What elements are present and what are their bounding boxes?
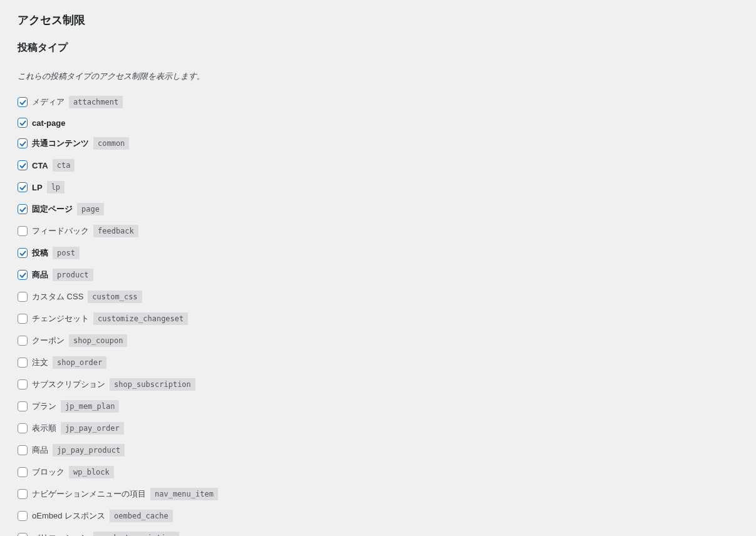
checkbox[interactable] <box>18 270 28 280</box>
post-type-slug: jp_pay_product <box>53 444 125 456</box>
post-type-slug: jp_mem_plan <box>61 400 119 413</box>
post-type-slug: common <box>93 137 129 150</box>
checkbox-row: カスタム CSScustom_css <box>18 291 738 303</box>
checkbox-label[interactable]: バリエーション <box>32 532 89 536</box>
checkbox-row: バリエーションproduct_variation <box>18 532 738 536</box>
checkbox[interactable] <box>18 292 28 302</box>
post-type-slug: jp_pay_order <box>61 422 124 435</box>
checkbox[interactable] <box>18 489 28 499</box>
post-type-slug: product <box>53 269 93 281</box>
post-type-slug: product_variation <box>93 532 179 536</box>
checkbox-label[interactable]: サブスクリプション <box>32 379 105 390</box>
checkbox-row: プランjp_mem_plan <box>18 400 738 413</box>
checkbox-row: ブロックwp_block <box>18 466 738 478</box>
checkbox-label[interactable]: 共通コンテンツ <box>32 138 89 149</box>
checkbox[interactable] <box>18 138 28 148</box>
section-title: アクセス制限 <box>18 13 738 28</box>
checkbox-row: 表示順jp_pay_order <box>18 422 738 435</box>
checkbox-label[interactable]: クーポン <box>32 335 65 346</box>
checkbox-row: チェンジセットcustomize_changeset <box>18 312 738 325</box>
checkbox-label[interactable]: 商品 <box>32 269 48 281</box>
section-description: これらの投稿タイプのアクセス制限を表示します。 <box>18 71 738 82</box>
checkbox-label[interactable]: 表示順 <box>32 423 56 434</box>
checkbox-row: メディアattachment <box>18 96 738 108</box>
post-type-slug: custom_css <box>88 291 142 303</box>
post-type-slug: lp <box>47 181 65 193</box>
checkbox[interactable] <box>18 226 28 236</box>
checkbox[interactable] <box>18 511 28 521</box>
checkbox[interactable] <box>18 248 28 258</box>
checkbox-label[interactable]: oEmbed レスポンス <box>32 510 105 522</box>
checkbox-label[interactable]: フィードバック <box>32 225 89 237</box>
post-type-slug: feedback <box>93 225 138 237</box>
checkbox-row: クーポンshop_coupon <box>18 334 738 347</box>
checkbox-row: cat-page <box>18 118 738 128</box>
post-type-list: メディアattachmentcat-page共通コンテンツcommonCTAct… <box>18 96 738 536</box>
checkbox-label[interactable]: カスタム CSS <box>32 291 83 302</box>
checkbox-label[interactable]: 固定ページ <box>32 204 73 215</box>
checkbox[interactable] <box>18 336 28 346</box>
post-type-slug: post <box>53 247 80 259</box>
checkbox-label[interactable]: 注文 <box>32 357 48 368</box>
post-type-slug: shop_order <box>53 356 106 369</box>
checkbox[interactable] <box>18 533 28 536</box>
checkbox[interactable] <box>18 97 28 107</box>
checkbox-row: フィードバックfeedback <box>18 225 738 237</box>
checkbox[interactable] <box>18 467 28 477</box>
checkbox-row: LPlp <box>18 181 738 193</box>
post-type-slug: cta <box>53 159 75 172</box>
checkbox-label[interactable]: 商品 <box>32 445 48 456</box>
post-type-slug: customize_changeset <box>93 312 188 325</box>
post-type-slug: oembed_cache <box>110 510 173 522</box>
checkbox[interactable] <box>18 160 28 170</box>
checkbox-row: 固定ページpage <box>18 203 738 215</box>
post-type-slug: wp_block <box>69 466 114 478</box>
checkbox-label[interactable]: ナビゲーションメニューの項目 <box>32 488 146 500</box>
checkbox-label[interactable]: CTA <box>32 161 48 170</box>
checkbox[interactable] <box>18 423 28 433</box>
checkbox-label[interactable]: cat-page <box>32 118 65 128</box>
checkbox-row: 注文shop_order <box>18 356 738 369</box>
checkbox[interactable] <box>18 118 28 128</box>
checkbox-label[interactable]: チェンジセット <box>32 313 89 324</box>
post-type-slug: shop_coupon <box>69 334 127 347</box>
checkbox[interactable] <box>18 182 28 192</box>
checkbox-row: 共通コンテンツcommon <box>18 137 738 150</box>
section-subtitle: 投稿タイプ <box>18 41 738 54</box>
checkbox-label[interactable]: LP <box>32 183 43 192</box>
checkbox-row: oEmbed レスポンスoembed_cache <box>18 510 738 522</box>
checkbox[interactable] <box>18 379 28 389</box>
checkbox-label[interactable]: プラン <box>32 401 56 412</box>
post-type-slug: attachment <box>69 96 123 108</box>
checkbox-row: 商品product <box>18 269 738 281</box>
checkbox[interactable] <box>18 204 28 214</box>
checkbox-row: 投稿post <box>18 247 738 259</box>
checkbox-row: ナビゲーションメニューの項目nav_menu_item <box>18 488 738 500</box>
checkbox-label[interactable]: 投稿 <box>32 247 48 259</box>
post-type-slug: page <box>77 203 104 215</box>
checkbox-row: サブスクリプションshop_subscription <box>18 378 738 391</box>
checkbox[interactable] <box>18 358 28 368</box>
checkbox-row: CTActa <box>18 159 738 172</box>
checkbox[interactable] <box>18 445 28 455</box>
post-type-slug: nav_menu_item <box>150 488 218 500</box>
post-type-slug: shop_subscription <box>110 378 195 391</box>
checkbox-label[interactable]: メディア <box>32 96 65 108</box>
checkbox[interactable] <box>18 401 28 411</box>
checkbox-label[interactable]: ブロック <box>32 466 65 478</box>
checkbox[interactable] <box>18 314 28 324</box>
checkbox-row: 商品jp_pay_product <box>18 444 738 456</box>
